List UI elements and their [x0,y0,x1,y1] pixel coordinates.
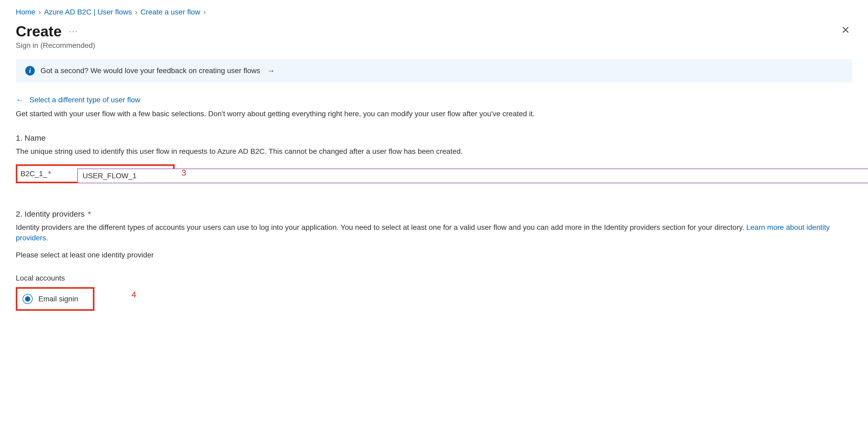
required-asterisk: * [48,169,51,178]
page-subtitle: Sign in (Recommended) [16,41,852,50]
name-input-container: ✓ [77,168,868,183]
info-icon: i [25,66,35,75]
breadcrumb: Home › Azure AD B2C | User flows › Creat… [16,8,852,16]
local-accounts-label: Local accounts [16,274,852,282]
back-link-row: ← Select a different type of user flow [16,95,852,104]
intro-text: Get started with your user flow with a f… [16,108,852,119]
chevron-right-icon: › [203,8,206,16]
idp-select-prompt: Please select at least one identity prov… [16,251,852,259]
breadcrumb-userflows[interactable]: Azure AD B2C | User flows [44,8,132,16]
user-flow-name-input[interactable] [83,172,868,180]
section-identity-providers: 2. Identity providers * Identity provide… [16,210,852,311]
radio-selected-icon [25,296,30,302]
more-actions-button[interactable]: ··· [69,27,78,35]
email-signin-label: Email signin [38,295,78,303]
breadcrumb-home[interactable]: Home [16,8,35,16]
feedback-text: Got a second? We would love your feedbac… [40,66,260,75]
breadcrumb-create[interactable]: Create a user flow [141,8,200,16]
annotation-step-4: 4 [131,290,136,300]
name-prefix-label: B2C_1_* [21,169,51,178]
select-different-flow-link[interactable]: Select a different type of user flow [29,96,140,104]
required-asterisk: * [86,210,91,218]
section-idp-desc: Identity providers are the different typ… [16,222,852,244]
email-signin-radio[interactable] [23,294,33,304]
feedback-banner[interactable]: i Got a second? We would love your feedb… [16,59,852,82]
section-name: 1. Name The unique string used to identi… [16,133,852,183]
email-signin-radio-highlight: Email signin [16,287,94,311]
annotation-step-3: 3 [182,168,186,178]
page-header: Create ··· ✕ [16,23,852,40]
chevron-right-icon: › [135,8,137,16]
section-name-title: 1. Name [16,133,852,143]
chevron-right-icon: › [39,8,41,16]
arrow-left-icon: ← [16,95,24,104]
name-field-highlight: B2C_1_* ✓ [16,164,175,183]
section-name-desc: The unique string used to identify this … [16,146,852,157]
arrow-right-icon: → [267,66,275,75]
close-icon[interactable]: ✕ [839,23,852,37]
page-title: Create [16,23,62,40]
section-idp-title: 2. Identity providers * [16,210,852,218]
